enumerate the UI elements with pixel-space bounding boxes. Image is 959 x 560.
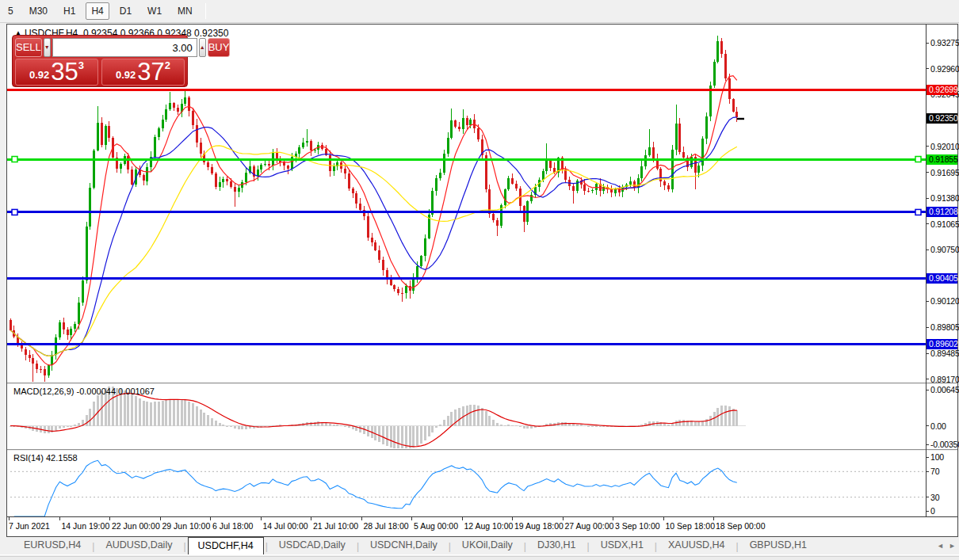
date-tick bbox=[713, 517, 714, 520]
date-label: 21 Jul 10:00 bbox=[313, 521, 358, 531]
rsi-tick-label: 70 bbox=[930, 467, 939, 476]
one-click-trading-panel: SELL ▼ ▲ BUY 0.92353 0.92372 bbox=[12, 35, 188, 87]
tab-USDCHF-H4[interactable]: USDCHF,H4 bbox=[188, 537, 264, 554]
xaxis-border bbox=[7, 516, 957, 517]
price-tick-label: 0.90750 bbox=[930, 245, 959, 254]
moving-average-34 bbox=[10, 146, 737, 356]
tab-GBPUSD-H1[interactable]: GBPUSD,H1 bbox=[740, 537, 816, 554]
price-badge-0.92699: 0.92699 bbox=[927, 85, 957, 95]
volume-increase-button[interactable]: ▲ bbox=[199, 38, 206, 57]
macd-tick-label: -0.003507 bbox=[930, 440, 959, 449]
buy-price-button[interactable]: 0.92372 bbox=[101, 59, 185, 86]
tab-USDCAD-Daily[interactable]: USDCAD,Daily bbox=[269, 537, 355, 554]
date-label: 29 Jun 10:00 bbox=[162, 521, 211, 531]
pane-divider-macd-rsi[interactable] bbox=[7, 449, 957, 451]
chart-tab-bar: EURUSD,H4|AUDUSD,Daily|USDCHF,H4|USDCAD,… bbox=[0, 538, 959, 555]
price-badge-0.91208: 0.91208 bbox=[927, 207, 957, 217]
last-close-marker bbox=[737, 118, 744, 120]
timeframe-button-W1[interactable]: W1 bbox=[142, 2, 167, 20]
tab-UKOil-Daily[interactable]: UKOil,Daily bbox=[453, 537, 522, 554]
tab-divider: | bbox=[447, 539, 453, 554]
macd-tick-label: 0.00 bbox=[930, 421, 946, 431]
timeframe-button-M30[interactable]: M30 bbox=[24, 2, 53, 20]
date-label: 18 Sep 00:00 bbox=[716, 521, 765, 531]
date-tick bbox=[663, 517, 664, 520]
price-badge-0.92350: 0.92350 bbox=[927, 113, 957, 124]
tab-scroll-next-icon[interactable]: ► bbox=[949, 542, 956, 550]
axis-tick bbox=[926, 390, 929, 390]
axis-tick bbox=[926, 471, 929, 472]
tab-scroll-prev-icon[interactable]: ◄ bbox=[937, 542, 944, 550]
rsi-tick-label: 30 bbox=[930, 493, 939, 502]
macd-label: MACD(12,26,9) -0.000044 0.001067 bbox=[13, 387, 155, 396]
price-badge-0.91855: 0.91855 bbox=[927, 154, 957, 165]
tab-divider: | bbox=[181, 539, 187, 554]
tab-divider: | bbox=[522, 539, 528, 554]
status-strip bbox=[0, 556, 959, 560]
tab-XAUUSD-H4[interactable]: XAUUSD,H4 bbox=[659, 537, 735, 554]
sell-button[interactable]: SELL bbox=[15, 38, 42, 57]
timeframe-button-D1[interactable]: D1 bbox=[114, 2, 137, 20]
price-axis-separator bbox=[926, 25, 927, 516]
date-tick bbox=[210, 517, 211, 520]
hline-handle[interactable] bbox=[12, 209, 17, 215]
date-label: 7 Jun 2021 bbox=[9, 521, 50, 531]
date-label: 27 Aug 00:00 bbox=[565, 521, 614, 531]
price-tick-label: 0.89170 bbox=[930, 375, 959, 384]
axis-tick bbox=[926, 68, 929, 69]
date-label: 3 Sep 10:00 bbox=[615, 521, 660, 531]
timeframe-button-5[interactable]: 5 bbox=[2, 2, 19, 20]
chart-window: ▲USDCHF,H4 0.92354 0.92366 0.92348 0.923… bbox=[6, 24, 958, 537]
axis-tick bbox=[926, 497, 929, 497]
timeframe-button-MN[interactable]: MN bbox=[172, 2, 198, 20]
date-tick bbox=[563, 517, 564, 520]
tab-divider: | bbox=[355, 539, 361, 554]
tab-divider: | bbox=[90, 539, 96, 554]
price-tick-label: 0.91380 bbox=[930, 193, 959, 203]
hline-handle[interactable] bbox=[915, 157, 921, 162]
axis-tick bbox=[926, 198, 929, 199]
axis-tick bbox=[926, 457, 929, 458]
axis-tick bbox=[926, 43, 929, 44]
price-tick-label: 0.91065 bbox=[930, 219, 959, 229]
tab-divider: | bbox=[264, 539, 269, 554]
tab-USDX-H1[interactable]: USDX,H1 bbox=[591, 537, 653, 554]
axis-tick bbox=[926, 353, 929, 354]
date-tick bbox=[512, 517, 513, 520]
price-tick-label: 0.89485 bbox=[930, 349, 959, 358]
price-tick-label: 0.92960 bbox=[930, 64, 959, 74]
sell-price-button[interactable]: 0.92353 bbox=[15, 59, 98, 86]
date-tick bbox=[462, 517, 463, 520]
tab-USDCNH-Daily[interactable]: USDCNH,Daily bbox=[361, 537, 447, 554]
tab-EURUSD-H4[interactable]: EURUSD,H4 bbox=[14, 537, 90, 554]
date-label: 19 Aug 18:00 bbox=[514, 521, 564, 531]
timeframe-button-H4[interactable]: H4 bbox=[86, 2, 109, 20]
axis-tick bbox=[926, 223, 929, 224]
axis-tick bbox=[926, 146, 929, 147]
date-label: 6 Jul 18:00 bbox=[212, 521, 253, 531]
tab-AUDUSD-Daily[interactable]: AUDUSD,Daily bbox=[96, 537, 181, 554]
pane-divider-main-macd[interactable] bbox=[7, 383, 957, 385]
tab-DJ30-H1[interactable]: DJ30,H1 bbox=[528, 537, 586, 554]
buy-button[interactable]: BUY bbox=[208, 38, 231, 57]
axis-tick bbox=[926, 379, 929, 379]
date-tick bbox=[109, 517, 110, 520]
candlesticks[interactable] bbox=[10, 36, 739, 382]
axis-tick bbox=[926, 172, 929, 173]
hline-handle[interactable] bbox=[12, 157, 17, 162]
timeframe-button-H1[interactable]: H1 bbox=[58, 2, 81, 20]
date-label: 28 Jul 18:00 bbox=[364, 521, 409, 531]
toolbar-separator bbox=[205, 3, 206, 19]
date-label: 22 Jun 00:00 bbox=[112, 521, 160, 531]
price-chart-canvas[interactable] bbox=[7, 25, 957, 536]
macd-tick-label: 0.006451 bbox=[930, 385, 959, 394]
axis-tick bbox=[926, 425, 929, 426]
axis-tick bbox=[926, 327, 929, 328]
date-tick bbox=[9, 517, 10, 520]
price-tick-label: 0.91695 bbox=[930, 168, 959, 177]
volume-input[interactable] bbox=[52, 38, 197, 57]
moving-average-16 bbox=[10, 117, 737, 356]
volume-decrease-button[interactable]: ▼ bbox=[44, 38, 51, 57]
axis-tick bbox=[926, 511, 929, 512]
hline-handle[interactable] bbox=[915, 209, 921, 215]
